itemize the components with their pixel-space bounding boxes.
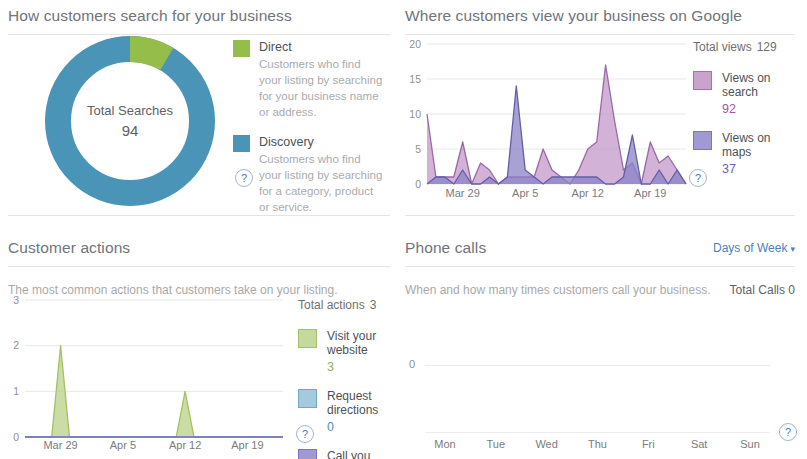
- svg-text:Mar 29: Mar 29: [446, 187, 480, 199]
- searches-donut-chart[interactable]: Total Searches 94: [45, 36, 215, 206]
- help-icon[interactable]: ?: [296, 425, 314, 443]
- phone-subtitle: When and how many times customers call y…: [405, 283, 710, 297]
- svg-text:5: 5: [415, 143, 421, 155]
- svg-text:Apr 5: Apr 5: [512, 187, 538, 199]
- axis-label-tue: Tue: [476, 438, 516, 450]
- chevron-down-icon: ▾: [790, 244, 795, 254]
- axis-label-wed: Wed: [527, 438, 567, 450]
- svg-text:Apr 19: Apr 19: [231, 439, 263, 451]
- x-axis-line: [425, 432, 770, 433]
- panel-actions-title: Customer actions: [8, 239, 130, 257]
- svg-text:Apr 19: Apr 19: [634, 187, 666, 199]
- question-mark: ?: [302, 428, 308, 440]
- help-icon[interactable]: ?: [235, 169, 253, 187]
- svg-text:20: 20: [409, 38, 421, 50]
- svg-text:0: 0: [415, 178, 421, 190]
- days-of-week-dropdown[interactable]: Days of Week▾: [713, 241, 795, 255]
- discovery-swatch: [233, 135, 250, 152]
- svg-text:10: 10: [409, 108, 421, 120]
- question-mark: ?: [785, 426, 791, 438]
- axis-label-sun: Sun: [730, 438, 770, 450]
- panel-phone: Phone calls Days of Week▾ When and how m…: [405, 232, 795, 459]
- phone-calls-chart[interactable]: 0 Mon Tue Wed Thu Fri Sat Sun: [405, 299, 795, 456]
- legend-item-views-maps: Views on maps 37: [693, 131, 795, 176]
- direct-swatch: [233, 40, 250, 57]
- legend-label: Request directions: [327, 389, 394, 417]
- legend-value: 3: [327, 360, 394, 374]
- svg-text:15: 15: [409, 73, 421, 85]
- legend-label: Views on search: [722, 71, 795, 99]
- actions-area-chart[interactable]: 0123Mar 29Apr 5Apr 12Apr 19: [8, 288, 293, 458]
- total-calls-label: Total Calls: [730, 283, 785, 297]
- directions-swatch: [298, 389, 317, 408]
- legend-label: Views on maps: [722, 131, 795, 159]
- svg-text:Apr 5: Apr 5: [110, 439, 136, 451]
- help-icon[interactable]: ?: [689, 169, 707, 187]
- total-searches-value: 94: [122, 122, 139, 139]
- total-searches-label: Total Searches: [87, 103, 173, 118]
- legend-value: 37: [722, 162, 795, 176]
- panel-phone-title: Phone calls: [405, 239, 486, 257]
- axis-label-thu: Thu: [577, 438, 617, 450]
- panel-actions: Customer actions The most common actions…: [8, 232, 390, 459]
- legend-label: Call you: [327, 449, 370, 459]
- total-views-label: Total views: [693, 40, 752, 54]
- svg-text:0: 0: [13, 431, 19, 443]
- legend-item-call: Call you 0: [298, 449, 394, 459]
- total-actions-label: Total actions: [298, 298, 365, 312]
- panel-phone-header: Phone calls Days of Week▾: [405, 232, 795, 267]
- panel-search-title: How customers search for your business: [8, 7, 292, 25]
- phone-subtitle-row: When and how many times customers call y…: [405, 283, 795, 297]
- svg-text:Apr 12: Apr 12: [572, 187, 604, 199]
- call-swatch: [298, 449, 317, 459]
- question-mark: ?: [695, 172, 701, 184]
- total-views: Total views 129: [693, 40, 795, 54]
- search-legend: Direct Customers who find your listing b…: [233, 40, 385, 231]
- svg-text:1: 1: [13, 385, 19, 397]
- panel-search-header: How customers search for your business: [8, 0, 390, 35]
- legend-item-directions: Request directions 0: [298, 389, 394, 434]
- zero-gridline: [425, 365, 770, 366]
- axis-label-sat: Sat: [679, 438, 719, 450]
- total-actions-value: 3: [370, 298, 377, 312]
- panel-search: How customers search for your business T…: [8, 0, 390, 216]
- views-search-swatch: [693, 71, 712, 90]
- total-calls: Total Calls 0: [730, 283, 795, 297]
- panel-views: Where customers view your business on Go…: [405, 0, 795, 216]
- total-views-value: 129: [757, 40, 777, 54]
- legend-value: 0: [327, 420, 394, 434]
- panel-actions-header: Customer actions: [8, 232, 390, 267]
- help-icon[interactable]: ?: [779, 423, 797, 441]
- axis-label-fri: Fri: [628, 438, 668, 450]
- dropdown-label: Days of Week: [713, 241, 787, 255]
- legend-item-discovery: Discovery Customers who find your listin…: [233, 135, 385, 215]
- legend-description: Customers who find your listing by searc…: [259, 152, 385, 215]
- legend-item-direct: Direct Customers who find your listing b…: [233, 40, 385, 120]
- legend-label: Discovery: [259, 135, 385, 149]
- legend-description: Customers who find your listing by searc…: [259, 57, 385, 120]
- svg-text:Mar 29: Mar 29: [43, 439, 77, 451]
- axis-label-mon: Mon: [425, 438, 465, 450]
- svg-text:3: 3: [13, 294, 19, 306]
- legend-label: Direct: [259, 40, 385, 54]
- svg-text:Apr 12: Apr 12: [169, 439, 201, 451]
- panel-views-title: Where customers view your business on Go…: [405, 7, 742, 25]
- insights-dashboard: How customers search for your business T…: [0, 0, 807, 459]
- views-legend: Total views 129 Views on search 92 Views…: [693, 40, 795, 191]
- legend-label: Visit your website: [327, 329, 394, 357]
- website-swatch: [298, 329, 317, 348]
- question-mark: ?: [241, 172, 247, 184]
- total-actions: Total actions 3: [298, 298, 394, 312]
- y-axis-zero-label: 0: [409, 358, 415, 370]
- donut-center-label: Total Searches 94: [45, 36, 215, 206]
- x-axis-day-labels: Mon Tue Wed Thu Fri Sat Sun: [425, 438, 770, 450]
- svg-text:2: 2: [13, 339, 19, 351]
- views-area-chart[interactable]: 05101520Mar 29Apr 5Apr 12Apr 19: [405, 30, 695, 202]
- total-calls-value: 0: [788, 283, 795, 297]
- views-maps-swatch: [693, 131, 712, 150]
- legend-value: 92: [722, 102, 795, 116]
- legend-item-website: Visit your website 3: [298, 329, 394, 374]
- legend-item-views-search: Views on search 92: [693, 71, 795, 116]
